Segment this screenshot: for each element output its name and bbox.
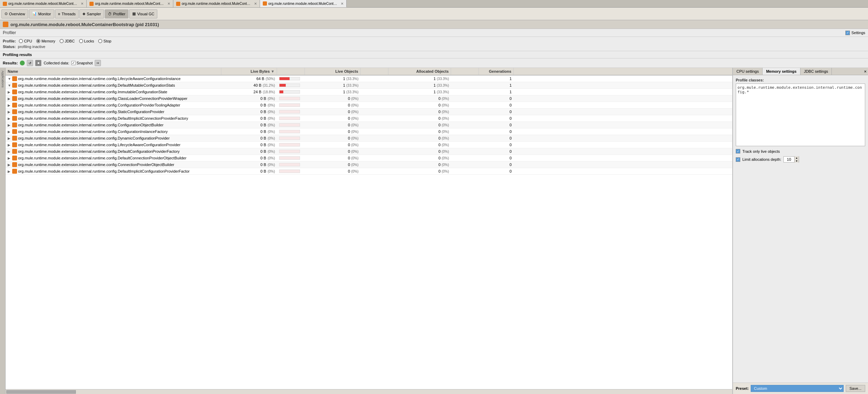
row-icon [12, 116, 17, 121]
th-live-objects[interactable]: Live Objects [305, 68, 361, 75]
preset-select[interactable]: Custom [751, 385, 843, 392]
limit-alloc-label: Limit allocations depth: [742, 157, 781, 161]
row-live-bytes: 0 B (0%) [221, 122, 277, 128]
row-icon [12, 89, 17, 94]
row-live-obj-bar [361, 91, 388, 93]
th-alloc-objects[interactable]: Allocated Objects [388, 68, 451, 75]
row-alloc-bar [451, 124, 479, 126]
tab-4[interactable]: org.mule.runtime.module.reboot.MuleConta… [260, 0, 347, 7]
row-alloc-bar [451, 137, 479, 139]
row-icon [12, 169, 17, 174]
start-button[interactable] [20, 61, 25, 65]
scrollbar-thumb[interactable] [6, 390, 76, 394]
radio-stop-label: Stop [103, 39, 111, 43]
bottom-scrollbar[interactable] [6, 389, 732, 394]
row-live-objects: 0 (0%) [305, 109, 361, 115]
expand-arrow[interactable]: ▶ [8, 170, 11, 173]
expand-arrow[interactable]: ▼ [8, 77, 11, 81]
tab-4-close[interactable]: ✕ [341, 2, 344, 6]
settings-checkbox[interactable]: ✓ [845, 31, 850, 35]
right-tab-memory[interactable]: Memory settings [763, 68, 800, 75]
row-alloc-objects: 0 (0%) [388, 142, 451, 148]
expand-arrow[interactable]: ▶ [8, 123, 11, 127]
expand-arrow[interactable]: ▶ [8, 110, 11, 114]
monitor-button[interactable]: 📊 Monitor [29, 9, 54, 18]
radio-locks[interactable]: Locks [79, 39, 94, 43]
tab-1-close[interactable]: ✕ [81, 2, 84, 6]
limit-alloc-checkbox[interactable] [736, 157, 740, 162]
row-live-obj-bar [361, 118, 388, 119]
right-panel-close[interactable]: ✕ [864, 70, 867, 73]
tab-icon-2 [89, 2, 94, 6]
refresh-button[interactable]: ↺ [27, 60, 33, 66]
expand-arrow[interactable]: ▶ [8, 97, 11, 101]
sidebar-apps-label[interactable]: Applications [1, 69, 5, 89]
right-tab-cpu[interactable]: CPU settings [733, 68, 763, 75]
tab-3-close[interactable]: ✕ [254, 2, 257, 6]
row-live-objects: 0 (0%) [305, 96, 361, 101]
profiling-results-label: Profiling results [0, 51, 868, 58]
expand-arrow[interactable]: ▶ [8, 156, 11, 160]
snapshot-check[interactable]: Snapshot [71, 61, 93, 65]
tab-1[interactable]: org.mule.runtime.module.reboot.MuleConta… [0, 0, 87, 7]
th-generations[interactable]: Generations [479, 68, 514, 75]
bar-container [279, 90, 300, 94]
visual-gc-label: Visual GC [137, 12, 154, 16]
row-live-objects: 0 (0%) [305, 122, 361, 128]
th-name[interactable]: Name [6, 68, 221, 75]
row-alloc-objects: 0 (0%) [388, 149, 451, 154]
stop-results-button[interactable]: ■ [35, 60, 41, 66]
radio-stop[interactable]: Stop [98, 39, 111, 43]
profiler-button[interactable]: ⏱ Profiler [105, 9, 128, 18]
export-button[interactable]: ⇒ [95, 60, 101, 66]
row-class-name: org.mule.runtime.module.extension.intern… [18, 129, 168, 134]
track-live-checkbox[interactable] [736, 149, 740, 153]
row-live-obj-bar [361, 78, 388, 79]
bar-container-empty [279, 143, 300, 147]
limit-alloc-spinner[interactable]: 10 ▲ ▼ [783, 156, 799, 163]
profiler-icon: ⏱ [108, 12, 112, 16]
threads-button[interactable]: ≡ Threads [55, 9, 79, 18]
expand-arrow[interactable]: ▶ [8, 90, 11, 94]
row-alloc-objects: 0 (0%) [388, 155, 451, 161]
save-button[interactable]: Save... [846, 385, 865, 392]
spinner-down[interactable]: ▼ [795, 159, 799, 163]
visual-gc-button[interactable]: ▦ Visual GC [129, 9, 157, 18]
profile-classes-box[interactable]: org.mule.runtime.module.extension.intern… [736, 84, 865, 146]
row-icon [12, 136, 17, 141]
sampler-button[interactable]: ◈ Sampler [79, 9, 104, 18]
snapshot-label: Snapshot [77, 61, 93, 65]
tab-2[interactable]: org.mule.runtime.module.reboot.MuleConta… [87, 0, 173, 7]
tab-2-close[interactable]: ✕ [167, 2, 170, 6]
expand-arrow[interactable]: ▼ [8, 84, 11, 87]
expand-arrow[interactable]: ▶ [8, 117, 11, 120]
right-tab-jdbc[interactable]: JDBC settings [800, 68, 832, 75]
expand-arrow[interactable]: ▶ [8, 136, 11, 140]
row-live-bytes: 0 B (0%) [221, 155, 277, 161]
tab-bar: org.mule.runtime.module.reboot.MuleConta… [0, 0, 868, 8]
tab-icon-3 [176, 2, 180, 6]
expand-arrow[interactable]: ▶ [8, 163, 11, 167]
row-class-name: org.mule.runtime.module.extension.intern… [18, 77, 181, 81]
sampler-label: Sampler [87, 12, 101, 16]
snapshot-checkbox[interactable] [71, 61, 76, 65]
row-generations: 0 [479, 129, 514, 134]
spinner-up[interactable]: ▲ [795, 156, 799, 159]
row-live-bytes: 0 B (0%) [221, 116, 277, 121]
row-live-objects: 0 (0%) [305, 168, 361, 174]
expand-arrow[interactable]: ▶ [8, 130, 11, 134]
row-icon [12, 109, 17, 114]
radio-memory[interactable]: Memory [36, 39, 55, 43]
expand-arrow[interactable]: ▶ [8, 103, 11, 107]
expand-arrow[interactable]: ▶ [8, 150, 11, 153]
radio-jdbc[interactable]: JDBC [60, 39, 75, 43]
monitor-label: Monitor [38, 12, 51, 16]
row-alloc-objects: 0 (0%) [388, 122, 451, 128]
th-live-bytes[interactable]: Live Bytes ▼ [221, 68, 277, 75]
radio-cpu[interactable]: CPU [19, 39, 32, 43]
expand-arrow[interactable]: ▶ [8, 143, 11, 147]
table-row: ▶ org.mule.runtime.module.extension.inte… [6, 115, 732, 122]
tab-3[interactable]: org.mule.runtime.module.reboot.MuleConta… [173, 0, 260, 7]
row-generations: 0 [479, 135, 514, 141]
overview-button[interactable]: ⊙ Overview [1, 9, 28, 18]
